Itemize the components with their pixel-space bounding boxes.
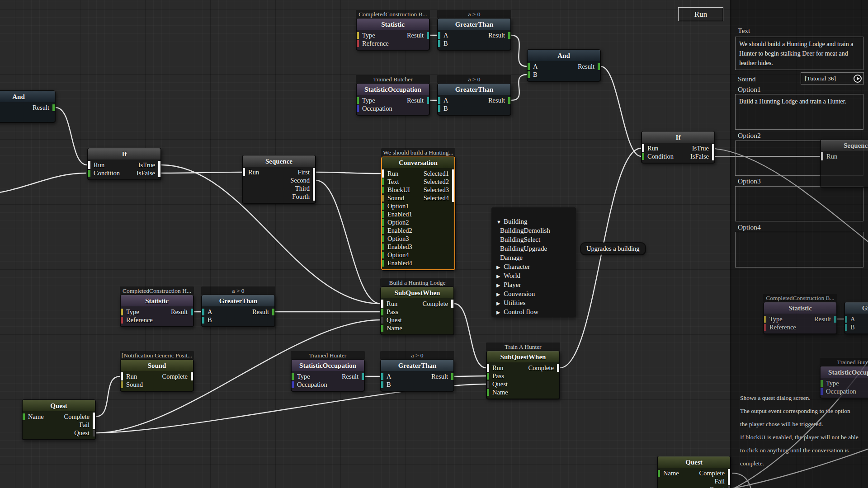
graph-canvas[interactable]: AndAResultBCompletedConstruction B...Sta… [0, 0, 868, 488]
menu-item-label: Utilities [504, 299, 525, 306]
menu-item-building[interactable]: ▼Building [491, 217, 576, 226]
pin-label: Reference [769, 323, 796, 331]
triangle-right-icon: ▶ [496, 272, 504, 281]
triangle-right-icon: ▶ [496, 281, 504, 290]
menu-item-label: BuildingUpgrade [500, 245, 547, 252]
pin-label: Run [826, 152, 837, 160]
menu-item-control-flow[interactable]: ▶Control flow [491, 307, 576, 316]
menu-tooltip: Upgrades a building [581, 243, 645, 254]
run-button[interactable]: Run [678, 7, 723, 21]
input-pin-Run[interactable] [821, 152, 823, 160]
output-pin-Result[interactable] [834, 316, 836, 323]
triangle-right-icon: ▶ [496, 308, 504, 317]
pin-row: TypeResult [764, 315, 836, 323]
menu-item-buildingupgrade[interactable]: BuildingUpgrade [491, 244, 576, 253]
menu-item-character[interactable]: ▶Character [491, 262, 576, 271]
triangle-right-icon: ▶ [496, 290, 504, 299]
node-statistic-3[interactable]: CompletedConstruction B...StatisticTypeR… [763, 302, 837, 334]
pin-label: Result [814, 315, 831, 323]
node-pin-rows: RunFirstSecondThirdFourth [821, 151, 868, 187]
input-pin-Type[interactable] [821, 380, 823, 387]
pin-label: Occupation [826, 387, 856, 395]
pin-row: RunFirst [821, 152, 868, 160]
input-pin-Type[interactable] [764, 316, 766, 323]
menu-item-label: BuildingDemolish [500, 227, 550, 234]
node-comment: CompletedConstruction B... [763, 294, 837, 302]
triangle-down-icon: ▼ [496, 217, 504, 226]
menu-item-label: BuildingSelect [500, 236, 540, 243]
input-pin-A[interactable] [845, 316, 847, 323]
menu-item-conversion[interactable]: ▶Conversion [491, 289, 576, 298]
pin-row: Third [821, 169, 868, 177]
menu-item-label: Control flow [504, 308, 538, 315]
node-title: StatisticOccupation [821, 366, 868, 378]
menu-item-label: World [504, 272, 520, 279]
menu-item-label: Character [504, 263, 530, 270]
menu-item-buildingselect[interactable]: BuildingSelect [491, 235, 576, 244]
wire-quest-bottom-quest-offscreen-2 [732, 441, 868, 488]
input-pin-Reference[interactable] [764, 324, 766, 331]
triangle-right-icon: ▶ [496, 263, 504, 272]
pin-row: AResult [845, 315, 868, 323]
pin-row: Reference [764, 323, 836, 331]
node-pin-rows: AResultB [845, 314, 868, 333]
pin-row: TypeResult [821, 379, 868, 387]
node-greaterthan-5[interactable]: GreaterThanAResultB [844, 302, 868, 334]
triangle-right-icon: ▶ [496, 299, 504, 308]
wire-quest-bottom-complete-offscreen [732, 473, 753, 488]
pin-row: Second [821, 160, 868, 169]
menu-item-utilities[interactable]: ▶Utilities [491, 298, 576, 307]
menu-item-label: Building [504, 218, 528, 225]
pin-row: Fourth [821, 177, 868, 185]
menu-item-world[interactable]: ▶World [491, 271, 576, 280]
node-pin-rows: TypeResultOccupation [821, 378, 868, 398]
node-title: Statistic [764, 302, 836, 314]
menu-item-label: Damage [500, 254, 523, 261]
menu-item-buildingdemolish[interactable]: BuildingDemolish [491, 226, 576, 235]
node-title: Sequence [821, 140, 868, 151]
pin-label: B [850, 323, 855, 331]
node-pin-rows: TypeResultReference [764, 314, 836, 333]
pin-row: B [845, 323, 868, 331]
node-statisticoccupation-3[interactable]: Trained ButcherStatisticOccupationTypeRe… [820, 366, 868, 399]
pin-row: Occupation [821, 387, 868, 395]
menu-item-player[interactable]: ▶Player [491, 280, 576, 289]
wires-overlay-layer [0, 0, 868, 488]
node-sequence-right[interactable]: SequenceRunFirstSecondThirdFourth [820, 139, 868, 188]
pin-label: Type [769, 315, 783, 323]
node-title: GreaterThan [845, 302, 868, 314]
node-comment: Trained Butcher [820, 358, 868, 366]
node-palette-menu: ▼BuildingBuildingDemolishBuildingSelectB… [491, 207, 576, 317]
pin-label: Type [826, 379, 839, 387]
pin-label: A [850, 315, 855, 323]
input-pin-Occupation[interactable] [821, 388, 823, 395]
input-pin-B[interactable] [845, 324, 847, 331]
menu-item-label: Player [504, 281, 521, 288]
menu-item-label: Conversion [504, 290, 535, 297]
menu-item-damage[interactable]: Damage [491, 253, 576, 262]
